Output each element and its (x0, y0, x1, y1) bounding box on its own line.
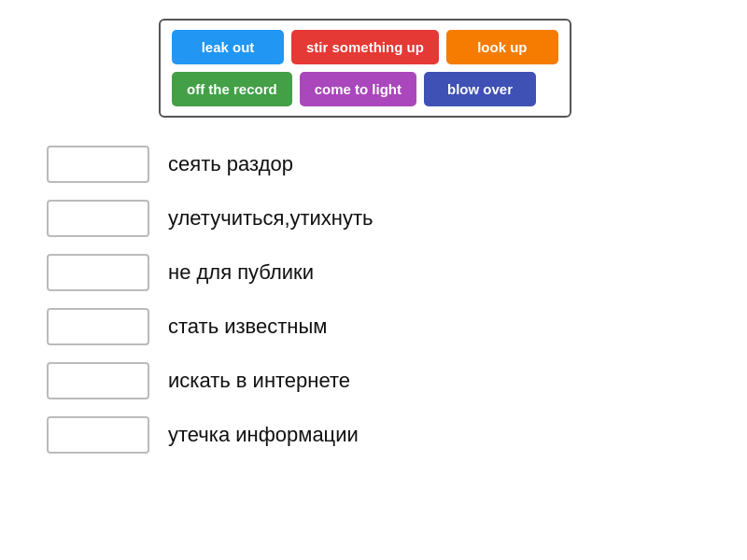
word-bank-row-1: leak outstir something uplook up (172, 30, 558, 64)
chip-off-record[interactable]: off the record (172, 72, 292, 106)
row-4-answer-box[interactable] (47, 308, 149, 345)
row-5: искать в интернете (47, 362, 719, 399)
row-4-label: стать известным (168, 315, 327, 339)
row-6-answer-box[interactable] (47, 416, 149, 454)
row-2: улетучиться,утихнуть (47, 200, 719, 237)
row-2-answer-box[interactable] (47, 200, 149, 237)
row-4: стать известным (47, 308, 719, 345)
row-1: сеять раздор (47, 146, 719, 183)
chip-blow-over[interactable]: blow over (424, 72, 536, 106)
row-3: не для публики (47, 254, 719, 291)
row-1-answer-box[interactable] (47, 146, 149, 183)
chip-come-to-light[interactable]: come to light (300, 72, 416, 106)
chip-leak-out[interactable]: leak out (172, 30, 284, 64)
row-6-label: утечка информации (168, 423, 359, 447)
row-2-label: улетучиться,утихнуть (168, 206, 374, 231)
word-bank-row-2: off the recordcome to lightblow over (172, 72, 558, 106)
chip-stir[interactable]: stir something up (291, 30, 439, 64)
word-bank: leak outstir something uplook up off the… (159, 19, 571, 118)
row-6: утечка информации (47, 416, 719, 454)
row-3-answer-box[interactable] (47, 254, 149, 291)
row-5-answer-box[interactable] (47, 362, 149, 399)
match-list: сеять раздорулетучиться,утихнутьне для п… (47, 146, 719, 454)
row-5-label: искать в интернете (168, 369, 350, 393)
row-3-label: не для публики (168, 260, 314, 285)
chip-look-up[interactable]: look up (446, 30, 558, 64)
row-1-label: сеять раздор (168, 152, 293, 176)
